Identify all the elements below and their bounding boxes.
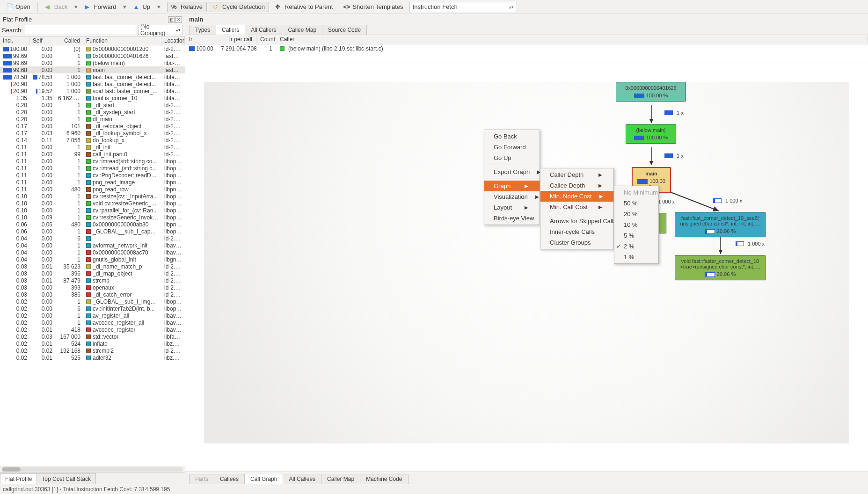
- up-button[interactable]: ▲Up: [129, 2, 154, 12]
- col-self[interactable]: Self: [30, 36, 55, 45]
- table-row[interactable]: 0.100.091cv::resizeGeneric_Invoke...libo…: [0, 214, 185, 221]
- call-graph-canvas[interactable]: 0x0000000000401626 100.00 % (below main)…: [185, 63, 868, 472]
- forward-button[interactable]: ▶Forward: [80, 2, 121, 12]
- table-row[interactable]: 0.170.036 960_dl_lookup_symbol_xld-2.19.…: [0, 130, 185, 137]
- search-input[interactable]: [25, 25, 136, 35]
- col-caller[interactable]: Caller: [276, 35, 868, 44]
- table-row[interactable]: 100.000.00(0)0x00000000000012d0ld-2.19.s…: [0, 45, 185, 52]
- tab-callees[interactable]: Callees: [214, 474, 245, 484]
- col-ir[interactable]: Ir: [185, 35, 217, 44]
- table-row[interactable]: 0.110.0099call_init.part.0ld-2.19.so: [0, 151, 185, 158]
- menu-item[interactable]: ✓2 %: [614, 241, 658, 252]
- table-row[interactable]: 78.5878.581 000fast::fast_corner_detect.…: [0, 73, 185, 80]
- event-type-combo[interactable]: Instruction Fetch▴▾: [409, 2, 517, 12]
- menu-item[interactable]: Go Back: [484, 131, 540, 142]
- caller-row[interactable]: 100.00 7 291 064 708 1 (below main) (lib…: [185, 44, 868, 53]
- table-row[interactable]: 20.9019.521 000void fast::faster_corner_…: [0, 87, 185, 94]
- table-row[interactable]: 0.110.001cv::imread(std::string co...lib…: [0, 158, 185, 165]
- back-dropdown[interactable]: ▾: [74, 3, 79, 10]
- table-row[interactable]: 0.040.001gnutls_global_initlibgnutls: [0, 256, 185, 263]
- grouping-combo[interactable]: (No Grouping)▴▾: [138, 25, 183, 35]
- menu-item[interactable]: Layout▶: [484, 202, 540, 213]
- menu-item[interactable]: 5 %: [614, 230, 658, 241]
- table-row[interactable]: 0.140.117 056do_lookup_xld-2.19.so: [0, 137, 185, 144]
- menu-item[interactable]: Min. Node Cost▶: [540, 191, 613, 202]
- table-row[interactable]: 0.030.0187 479strcmpld-2.19.so: [0, 277, 185, 284]
- menu-item[interactable]: Export Graph▶: [484, 167, 540, 177]
- close-panel-button[interactable]: ✕: [175, 16, 182, 23]
- menu-item[interactable]: Birds-eye View▶: [484, 213, 540, 224]
- table-row[interactable]: 0.040.006ld-2.19.so: [0, 235, 185, 242]
- table-row[interactable]: 0.200.001_dl_sysdep_startld-2.19.so: [0, 109, 185, 116]
- table-row[interactable]: 0.020.01525adler32libz.so.1: [0, 354, 185, 361]
- menu-item[interactable]: Go Up: [484, 153, 540, 163]
- horizontal-scrollbar[interactable]: [0, 466, 185, 472]
- table-row[interactable]: 0.100.001void cv::resizeGeneric_<...libo…: [0, 200, 185, 207]
- table-row[interactable]: 0.040.001avformat_network_initlibavforr: [0, 242, 185, 249]
- tab-top-cost[interactable]: Top Cost Call Stack: [36, 473, 96, 484]
- table-row[interactable]: 0.020.001av_register_alllibavforr: [0, 312, 185, 319]
- menu-item[interactable]: Visualization▶: [484, 191, 540, 202]
- submenu-graph[interactable]: Caller Depth▶Callee Depth▶Min. Node Cost…: [540, 168, 614, 249]
- menu-item[interactable]: 50 %: [614, 198, 658, 209]
- table-row[interactable]: 99.690.0010x0000000000401626fast_test: [0, 52, 185, 59]
- table-row[interactable]: 0.020.01418avcodec_registerlibavcod: [0, 326, 185, 333]
- menu-item[interactable]: Callee Depth▶: [540, 180, 613, 191]
- table-row[interactable]: 0.100.001cv::resize(cv::_InputArra...lib…: [0, 193, 185, 200]
- table-row[interactable]: 99.690.001(below main)libc-2.19: [0, 59, 185, 66]
- table-row[interactable]: 0.100.001cv::parallel_for_(cv::Ran...lib…: [0, 207, 185, 214]
- open-button[interactable]: 📄Open: [2, 2, 35, 12]
- table-row[interactable]: 0.060.064800x000000000000ab30libpng12: [0, 221, 185, 228]
- tab-types[interactable]: Types: [189, 25, 216, 35]
- table-row[interactable]: 99.680.001mainfast_test: [0, 66, 185, 73]
- menu-item[interactable]: 1 %: [614, 252, 658, 262]
- graph-node[interactable]: fast::fast_corner_detect_10_sse2( unsign…: [675, 212, 766, 237]
- table-row[interactable]: 1.351.356 162 000bool is_corner_10libfas…: [0, 94, 185, 102]
- col-incl[interactable]: Incl.: [0, 36, 30, 45]
- shorten-templates-toggle[interactable]: <>Shorten Templates: [339, 2, 407, 12]
- tab-call-graph[interactable]: Call Graph: [244, 474, 283, 484]
- graph-node[interactable]: (below main) 100.00 %: [626, 124, 676, 144]
- table-row[interactable]: 0.110.00480png_read_rowlibpng12: [0, 186, 185, 193]
- col-function[interactable]: Function: [83, 36, 161, 45]
- table-row[interactable]: 0.110.001png_read_imagelibpng12: [0, 179, 185, 186]
- table-row[interactable]: 20.900.001 000fast::fast_corner_detect..…: [0, 80, 185, 87]
- context-menu[interactable]: Go BackGo ForwardGo UpExport Graph▶Graph…: [484, 130, 540, 225]
- table-row[interactable]: 0.060.001_GLOBAL__sub_I_cap_ff...libopen…: [0, 228, 185, 235]
- menu-item[interactable]: Inner-cycle Calls: [540, 226, 613, 237]
- flat-profile-list[interactable]: 100.000.00(0)0x00000000000012d0ld-2.19.s…: [0, 45, 185, 466]
- back-button[interactable]: ◀Back: [41, 2, 72, 12]
- menu-item[interactable]: Go Forward: [484, 142, 540, 153]
- menu-item[interactable]: Cluster Groups: [540, 237, 613, 248]
- table-row[interactable]: 0.170.00101_dl_relocate_objectld-2.19.so: [0, 123, 185, 130]
- table-row[interactable]: 0.200.001_dl_startld-2.19.so: [0, 102, 185, 109]
- menu-item[interactable]: 20 %: [614, 209, 658, 219]
- tab-source-code[interactable]: Source Code: [322, 25, 367, 35]
- table-row[interactable]: 0.110.001cv::PngDecoder::readDa...libope…: [0, 172, 185, 179]
- menu-item[interactable]: Graph▶: [484, 181, 540, 191]
- menu-item[interactable]: Caller Depth▶: [540, 169, 613, 180]
- col-called[interactable]: Called: [55, 36, 83, 45]
- col-ir-per-call[interactable]: Ir per call: [217, 35, 256, 44]
- table-row[interactable]: 0.020.02192 168strcmp'2ld-2.19.so: [0, 347, 185, 354]
- tab-all-callees[interactable]: All Callees: [283, 474, 321, 484]
- table-row[interactable]: 0.020.03167 000std::vectorlibfast.so: [0, 333, 185, 340]
- relative-to-parent-toggle[interactable]: ✥Relative to Parent: [271, 2, 337, 12]
- table-row[interactable]: 0.030.00393openauxld-2.19.so: [0, 284, 185, 291]
- menu-item[interactable]: Arrows for Skipped Calls: [540, 216, 613, 226]
- cycle-detection-toggle[interactable]: ↺Cycle Detection: [209, 2, 269, 12]
- tab-callers[interactable]: Callers: [216, 25, 245, 35]
- tab-caller-map[interactable]: Caller Map: [321, 474, 360, 484]
- table-row[interactable]: 0.020.01524inflatelibz.so.1: [0, 340, 185, 347]
- tab-callee-map[interactable]: Callee Map: [282, 25, 322, 35]
- table-row[interactable]: 0.040.0010x000000000008ac70libavforr: [0, 249, 185, 256]
- menu-item[interactable]: Min. Call Cost▶: [540, 202, 613, 212]
- table-row[interactable]: 0.020.001avcodec_register_alllibavcod: [0, 319, 185, 326]
- graph-node[interactable]: 0x0000000000401626 100.00 %: [616, 82, 686, 102]
- col-count[interactable]: Count: [256, 35, 276, 44]
- table-row[interactable]: 0.030.0135 623_dl_name_match_pld-2.19.so: [0, 263, 185, 270]
- forward-dropdown[interactable]: ▾: [122, 3, 127, 10]
- tab-all-callers[interactable]: All Callers: [245, 25, 282, 35]
- relative-toggle[interactable]: %Relative: [167, 2, 207, 12]
- undock-button[interactable]: ◧: [168, 16, 175, 23]
